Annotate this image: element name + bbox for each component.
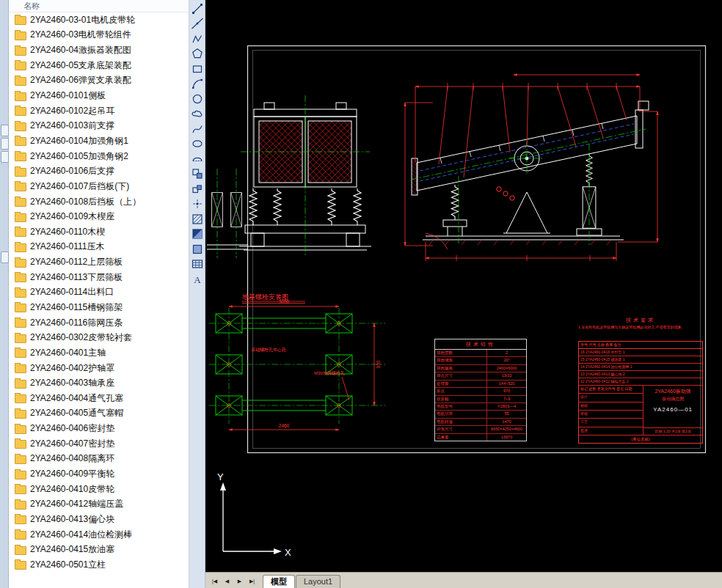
tool-polygon[interactable] (191, 47, 204, 60)
file-item[interactable]: 2YA2460-03-01电机皮带轮 (9, 12, 189, 28)
file-item[interactable]: 2YA2460-0409平衡轮 (9, 466, 189, 482)
tool-pline[interactable] (191, 32, 204, 45)
tool-arc[interactable] (191, 77, 204, 90)
file-item[interactable]: 2YA2460-0113下层筛板 (9, 270, 189, 285)
foundation-note-center: 基础螺栓孔中心距 (251, 347, 286, 353)
layout1-tab[interactable]: Layout1 (296, 575, 340, 588)
drawing-subtitle: 振动筛总图 (643, 396, 702, 403)
file-item-label: 2YA2460-0106后支撑 (30, 165, 114, 177)
file-item[interactable]: 2YA2460-0414油位检测棒 (9, 527, 189, 543)
file-item[interactable]: 2YA2460-03电机带轮组件 (9, 28, 189, 43)
file-item[interactable]: 2YA2460-0501立柱 (9, 557, 189, 573)
file-item[interactable]: 2YA2460-0401主轴 (9, 345, 189, 361)
file-item[interactable]: 2YA2460-0403轴承座 (9, 375, 189, 391)
folder-icon (15, 304, 26, 312)
folder-icon (15, 349, 26, 358)
folder-icon (15, 501, 26, 510)
file-item[interactable]: 2YA2460-0105加强角钢2 (9, 149, 189, 164)
file-item[interactable]: 2YA2460-0405通气塞帽 (9, 406, 189, 422)
tool-spline[interactable] (191, 122, 204, 136)
file-item[interactable]: 2YA2460-0102起吊耳 (9, 103, 189, 119)
file-item[interactable]: 2YA2460-0404通气孔塞 (9, 391, 189, 406)
tool-region[interactable] (191, 243, 204, 256)
tool-block[interactable] (191, 183, 204, 196)
dock-icon-2[interactable] (1, 138, 9, 150)
model-tab[interactable]: 模型 (263, 575, 295, 588)
tech-table-row: 筛面层数2 (435, 350, 526, 357)
dock-icon-1[interactable] (1, 125, 9, 136)
tool-ellipse-arc[interactable] (191, 152, 204, 166)
tech-requirements: 技术要求 1.安装时电机皮带轮槽与主轴皮带轮槽必须对正,不得有歪斜现象。 (578, 317, 703, 330)
file-item[interactable]: 2YA2460-0109木楔座 (9, 209, 189, 224)
file-item[interactable]: 2YA2460-0106后支撑 (9, 163, 189, 179)
tech-characteristics-table: 技术特性 筛面层数2筛面倾角20°筛面规格2400×6000筛孔尺寸13/32处… (434, 339, 527, 441)
folder-icon (15, 168, 26, 177)
file-item[interactable]: 2YA2460-0415放油塞 (9, 542, 189, 557)
tech-table-row: 总重量13970 (435, 434, 526, 441)
tool-line[interactable] (191, 2, 204, 15)
folder-icon (15, 16, 26, 25)
file-item[interactable]: 2YA2460-0402护轴罩 (9, 361, 189, 376)
file-item[interactable]: 2YA2460-0114出料口 (9, 285, 189, 301)
file-item[interactable]: 2YA2460-0111压木 (9, 240, 189, 255)
file-item-label: 2YA2460-0101侧板 (30, 89, 106, 102)
folder-icon (15, 471, 26, 479)
file-item[interactable]: 2YA2460-05支承底架装配 (9, 58, 189, 73)
file-item[interactable]: 2YA2460-0413偏心块 (9, 512, 189, 527)
tool-table[interactable] (191, 257, 204, 271)
file-item[interactable]: 2YA2460-0410皮带轮 (9, 482, 189, 497)
file-item[interactable]: 2YA2460-06弹簧支承装配 (9, 73, 189, 89)
tool-gradient[interactable] (191, 227, 204, 240)
file-item[interactable]: 2YA2460-0408隔离环 (9, 452, 189, 467)
tool-rect[interactable] (191, 62, 204, 76)
tech-table-row: 处理量144~520 (435, 381, 526, 388)
dock-icon-3[interactable] (1, 151, 9, 163)
file-item-label: 2YA2460-0114出料口 (30, 286, 114, 298)
tool-point[interactable] (191, 197, 204, 210)
file-item-label: 2YA2460-0403轴承座 (30, 377, 114, 389)
file-item-label: 2YA2460-0103前支撑 (30, 120, 114, 132)
file-item[interactable]: 2YA2460-0406密封垫 (9, 421, 189, 436)
file-item[interactable]: 2YA2460-0115槽钢筛架 (9, 300, 189, 315)
tab-nav-next[interactable]: ▶ (233, 576, 246, 587)
tech-row-value: 1470 (487, 419, 526, 425)
tab-nav-last[interactable]: ▶| (246, 576, 258, 587)
file-item[interactable]: 2YA2460-0407密封垫 (9, 436, 189, 452)
tool-insert[interactable] (191, 167, 204, 180)
tab-nav: |◀◀▶▶| (208, 576, 258, 588)
folder-icon (15, 243, 26, 252)
tab-nav-prev[interactable]: ◀ (221, 576, 233, 587)
file-item[interactable]: 2YA2460-0101侧板 (9, 88, 189, 103)
folder-icon (15, 440, 26, 449)
ucs-icon: Y X (217, 471, 291, 558)
file-item[interactable]: 2YA2460-0116筛网压条 (9, 315, 189, 331)
file-item[interactable]: 2YA2460-0302皮带轮衬套 (9, 330, 189, 345)
tech-req-line: 1.安装时电机皮带轮槽与主轴皮带轮槽必须对正,不得有歪斜现象。 (578, 325, 703, 330)
file-item-label: 2YA2460-0401主轴 (30, 347, 106, 359)
file-item[interactable]: 2YA2460-0112上层筛板 (9, 254, 189, 270)
dock-icon-4[interactable] (1, 251, 9, 263)
tab-nav-first[interactable]: |◀ (208, 576, 221, 587)
parts-list-row: 15 2YA2460-0415 放油塞 1 (579, 356, 702, 364)
tool-mtext[interactable]: A (191, 273, 204, 286)
file-item[interactable]: 2YA2460-0412轴端压盖 (9, 497, 189, 512)
title-block-left-row: 标记 处数 更改文件号 签名 日期 (579, 386, 643, 394)
file-item[interactable]: 2YA2460-0107后挡板(下) (9, 179, 189, 194)
tool-ellipse[interactable] (191, 137, 204, 150)
file-item[interactable]: 2YA2460-0110木楔 (9, 224, 189, 240)
tech-row-label: 电机功率 (435, 411, 487, 417)
tool-hatch[interactable] (191, 213, 204, 226)
file-item[interactable]: 2YA2460-0103前支撑 (9, 118, 189, 133)
file-item[interactable]: 2YA2460-04激振器装配图 (9, 43, 189, 58)
title-block-right: 2YA2460振动筛 振动筛总图 YA2460—01 比例 1:20 共1张 第… (643, 386, 702, 435)
file-item[interactable]: 2YA2460-0104加强角钢1 (9, 133, 189, 149)
title-block-left-row: 工艺 (579, 419, 643, 427)
file-item-label: 2YA2460-03电机带轮组件 (30, 29, 131, 41)
file-item-label: 2YA2460-0107后挡板(下) (30, 180, 129, 193)
file-item[interactable]: 2YA2460-0108后挡板（上） (9, 194, 189, 210)
tool-xline[interactable] (191, 17, 204, 30)
cad-canvas[interactable]: 3050 2460 930 地基螺栓安装图 基础螺栓孔中心距 M30地脚螺栓孔 … (205, 0, 722, 572)
name-column-header[interactable]: 名称 (9, 0, 189, 12)
tool-circle[interactable] (191, 92, 204, 106)
tool-revcloud[interactable] (191, 107, 204, 120)
